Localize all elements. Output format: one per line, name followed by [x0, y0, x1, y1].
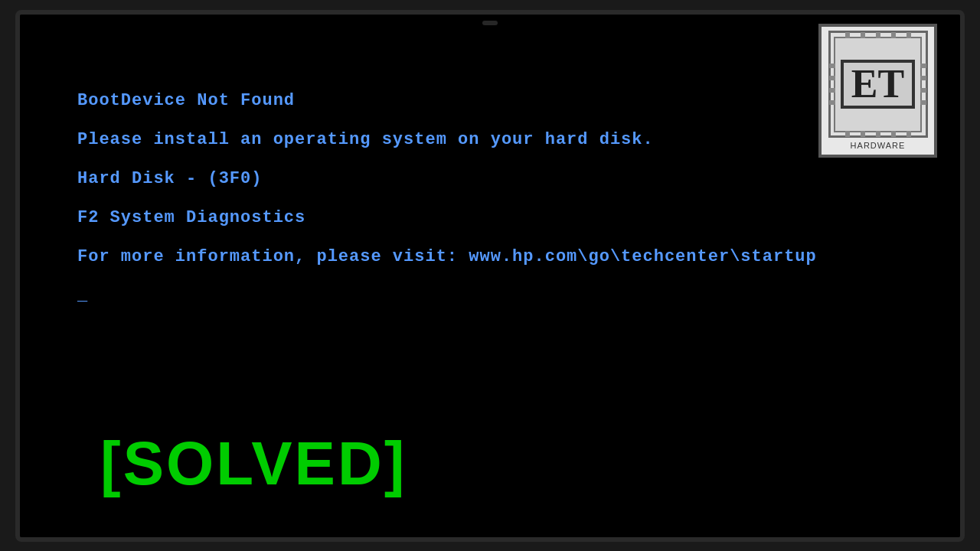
bios-line-4: F2 System Diagnostics: [77, 208, 817, 227]
pin: [920, 64, 926, 68]
chip-pins-right: [920, 64, 926, 105]
pin: [829, 88, 835, 93]
pin: [829, 64, 835, 68]
bios-line-3: Hard Disk - (3F0): [77, 169, 817, 188]
pin: [920, 76, 926, 80]
monitor-frame: BootDevice Not Found Please install an o…: [15, 10, 965, 542]
pin: [920, 88, 926, 93]
bios-cursor: _: [77, 286, 817, 305]
watermark-logo-text: ET: [841, 60, 915, 109]
pin: [920, 100, 926, 105]
chip-border: ET: [834, 37, 922, 132]
pin: [829, 76, 835, 80]
chip-pins-left: [829, 64, 835, 105]
screen-shine: [482, 21, 498, 25]
watermark-inner: ET: [828, 31, 928, 138]
bios-line-5: For more information, please visit: www.…: [77, 247, 817, 266]
bios-content: BootDevice Not Found Please install an o…: [77, 91, 817, 305]
bios-line-2: Please install an operating system on yo…: [77, 130, 817, 149]
pin: [829, 100, 835, 105]
watermark-badge: ET HARDWARE: [818, 24, 937, 158]
solved-banner: [SOLVED]: [100, 429, 407, 499]
bios-line-1: BootDevice Not Found: [77, 91, 817, 110]
watermark-label: HARDWARE: [851, 141, 906, 150]
screen: BootDevice Not Found Please install an o…: [20, 15, 960, 537]
